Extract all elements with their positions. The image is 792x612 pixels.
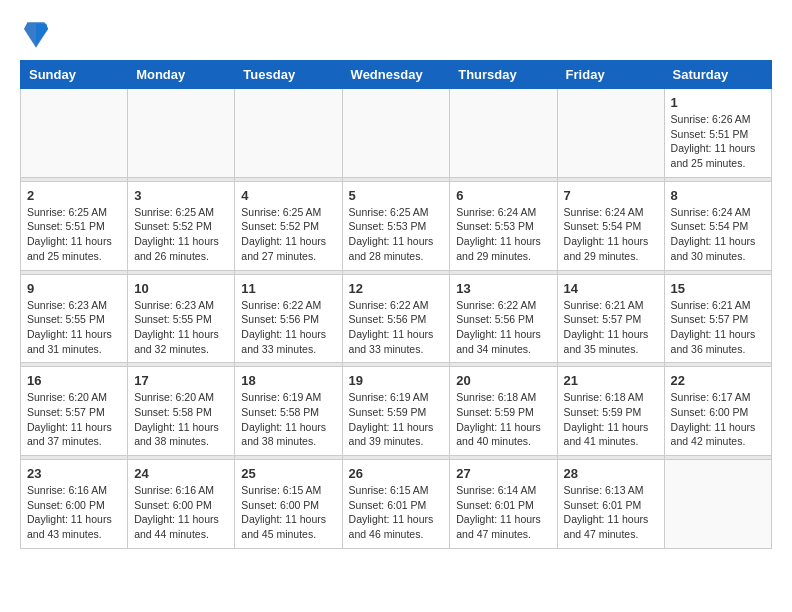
- day-number: 16: [27, 373, 121, 388]
- calendar-cell: 21Sunrise: 6:18 AM Sunset: 5:59 PM Dayli…: [557, 367, 664, 456]
- calendar-cell: 12Sunrise: 6:22 AM Sunset: 5:56 PM Dayli…: [342, 274, 450, 363]
- day-number: 25: [241, 466, 335, 481]
- calendar-cell: [128, 89, 235, 178]
- calendar-cell: [664, 460, 771, 549]
- day-info: Sunrise: 6:24 AM Sunset: 5:54 PM Dayligh…: [564, 205, 658, 264]
- calendar-cell: [557, 89, 664, 178]
- day-info: Sunrise: 6:15 AM Sunset: 6:00 PM Dayligh…: [241, 483, 335, 542]
- day-info: Sunrise: 6:22 AM Sunset: 5:56 PM Dayligh…: [241, 298, 335, 357]
- day-info: Sunrise: 6:23 AM Sunset: 5:55 PM Dayligh…: [134, 298, 228, 357]
- day-info: Sunrise: 6:20 AM Sunset: 5:58 PM Dayligh…: [134, 390, 228, 449]
- calendar-cell: 16Sunrise: 6:20 AM Sunset: 5:57 PM Dayli…: [21, 367, 128, 456]
- day-info: Sunrise: 6:18 AM Sunset: 5:59 PM Dayligh…: [564, 390, 658, 449]
- day-number: 21: [564, 373, 658, 388]
- day-number: 3: [134, 188, 228, 203]
- day-number: 9: [27, 281, 121, 296]
- calendar-week-row: 16Sunrise: 6:20 AM Sunset: 5:57 PM Dayli…: [21, 367, 772, 456]
- calendar-cell: 3Sunrise: 6:25 AM Sunset: 5:52 PM Daylig…: [128, 181, 235, 270]
- day-info: Sunrise: 6:25 AM Sunset: 5:53 PM Dayligh…: [349, 205, 444, 264]
- svg-marker-1: [36, 24, 48, 45]
- day-number: 24: [134, 466, 228, 481]
- calendar-cell: 1Sunrise: 6:26 AM Sunset: 5:51 PM Daylig…: [664, 89, 771, 178]
- calendar-cell: [342, 89, 450, 178]
- day-number: 5: [349, 188, 444, 203]
- calendar-week-row: 9Sunrise: 6:23 AM Sunset: 5:55 PM Daylig…: [21, 274, 772, 363]
- day-info: Sunrise: 6:19 AM Sunset: 5:59 PM Dayligh…: [349, 390, 444, 449]
- day-number: 27: [456, 466, 550, 481]
- day-number: 28: [564, 466, 658, 481]
- calendar-cell: 19Sunrise: 6:19 AM Sunset: 5:59 PM Dayli…: [342, 367, 450, 456]
- calendar-cell: 7Sunrise: 6:24 AM Sunset: 5:54 PM Daylig…: [557, 181, 664, 270]
- day-info: Sunrise: 6:16 AM Sunset: 6:00 PM Dayligh…: [134, 483, 228, 542]
- day-info: Sunrise: 6:22 AM Sunset: 5:56 PM Dayligh…: [349, 298, 444, 357]
- day-number: 23: [27, 466, 121, 481]
- day-number: 4: [241, 188, 335, 203]
- day-info: Sunrise: 6:22 AM Sunset: 5:56 PM Dayligh…: [456, 298, 550, 357]
- calendar-table: SundayMondayTuesdayWednesdayThursdayFrid…: [20, 60, 772, 549]
- weekday-header-wednesday: Wednesday: [342, 61, 450, 89]
- weekday-header-saturday: Saturday: [664, 61, 771, 89]
- calendar-cell: 15Sunrise: 6:21 AM Sunset: 5:57 PM Dayli…: [664, 274, 771, 363]
- calendar-cell: [235, 89, 342, 178]
- logo-icon: [24, 20, 48, 50]
- day-number: 19: [349, 373, 444, 388]
- day-number: 26: [349, 466, 444, 481]
- calendar-cell: 22Sunrise: 6:17 AM Sunset: 6:00 PM Dayli…: [664, 367, 771, 456]
- calendar-cell: 18Sunrise: 6:19 AM Sunset: 5:58 PM Dayli…: [235, 367, 342, 456]
- day-info: Sunrise: 6:19 AM Sunset: 5:58 PM Dayligh…: [241, 390, 335, 449]
- calendar-header-row: SundayMondayTuesdayWednesdayThursdayFrid…: [21, 61, 772, 89]
- day-number: 15: [671, 281, 765, 296]
- day-number: 6: [456, 188, 550, 203]
- calendar-cell: 27Sunrise: 6:14 AM Sunset: 6:01 PM Dayli…: [450, 460, 557, 549]
- day-number: 11: [241, 281, 335, 296]
- calendar-cell: 13Sunrise: 6:22 AM Sunset: 5:56 PM Dayli…: [450, 274, 557, 363]
- calendar-cell: 6Sunrise: 6:24 AM Sunset: 5:53 PM Daylig…: [450, 181, 557, 270]
- calendar-week-row: 1Sunrise: 6:26 AM Sunset: 5:51 PM Daylig…: [21, 89, 772, 178]
- day-info: Sunrise: 6:20 AM Sunset: 5:57 PM Dayligh…: [27, 390, 121, 449]
- day-number: 20: [456, 373, 550, 388]
- day-info: Sunrise: 6:25 AM Sunset: 5:52 PM Dayligh…: [241, 205, 335, 264]
- calendar-cell: 11Sunrise: 6:22 AM Sunset: 5:56 PM Dayli…: [235, 274, 342, 363]
- weekday-header-tuesday: Tuesday: [235, 61, 342, 89]
- weekday-header-friday: Friday: [557, 61, 664, 89]
- day-number: 17: [134, 373, 228, 388]
- calendar-cell: 23Sunrise: 6:16 AM Sunset: 6:00 PM Dayli…: [21, 460, 128, 549]
- calendar-cell: 5Sunrise: 6:25 AM Sunset: 5:53 PM Daylig…: [342, 181, 450, 270]
- day-info: Sunrise: 6:26 AM Sunset: 5:51 PM Dayligh…: [671, 112, 765, 171]
- calendar-cell: 14Sunrise: 6:21 AM Sunset: 5:57 PM Dayli…: [557, 274, 664, 363]
- calendar-cell: 4Sunrise: 6:25 AM Sunset: 5:52 PM Daylig…: [235, 181, 342, 270]
- day-info: Sunrise: 6:21 AM Sunset: 5:57 PM Dayligh…: [671, 298, 765, 357]
- calendar-cell: 8Sunrise: 6:24 AM Sunset: 5:54 PM Daylig…: [664, 181, 771, 270]
- page-header: [20, 20, 772, 50]
- calendar-cell: [21, 89, 128, 178]
- day-info: Sunrise: 6:15 AM Sunset: 6:01 PM Dayligh…: [349, 483, 444, 542]
- calendar-week-row: 2Sunrise: 6:25 AM Sunset: 5:51 PM Daylig…: [21, 181, 772, 270]
- calendar-cell: 25Sunrise: 6:15 AM Sunset: 6:00 PM Dayli…: [235, 460, 342, 549]
- calendar-cell: 24Sunrise: 6:16 AM Sunset: 6:00 PM Dayli…: [128, 460, 235, 549]
- day-number: 2: [27, 188, 121, 203]
- calendar-cell: 28Sunrise: 6:13 AM Sunset: 6:01 PM Dayli…: [557, 460, 664, 549]
- day-info: Sunrise: 6:14 AM Sunset: 6:01 PM Dayligh…: [456, 483, 550, 542]
- weekday-header-monday: Monday: [128, 61, 235, 89]
- calendar-week-row: 23Sunrise: 6:16 AM Sunset: 6:00 PM Dayli…: [21, 460, 772, 549]
- calendar-cell: 10Sunrise: 6:23 AM Sunset: 5:55 PM Dayli…: [128, 274, 235, 363]
- weekday-header-sunday: Sunday: [21, 61, 128, 89]
- day-number: 7: [564, 188, 658, 203]
- calendar-cell: 9Sunrise: 6:23 AM Sunset: 5:55 PM Daylig…: [21, 274, 128, 363]
- calendar-cell: 2Sunrise: 6:25 AM Sunset: 5:51 PM Daylig…: [21, 181, 128, 270]
- day-info: Sunrise: 6:25 AM Sunset: 5:52 PM Dayligh…: [134, 205, 228, 264]
- logo: [20, 24, 48, 50]
- day-number: 13: [456, 281, 550, 296]
- calendar-cell: 17Sunrise: 6:20 AM Sunset: 5:58 PM Dayli…: [128, 367, 235, 456]
- day-number: 10: [134, 281, 228, 296]
- day-info: Sunrise: 6:17 AM Sunset: 6:00 PM Dayligh…: [671, 390, 765, 449]
- day-number: 12: [349, 281, 444, 296]
- day-info: Sunrise: 6:21 AM Sunset: 5:57 PM Dayligh…: [564, 298, 658, 357]
- day-info: Sunrise: 6:24 AM Sunset: 5:53 PM Dayligh…: [456, 205, 550, 264]
- day-number: 22: [671, 373, 765, 388]
- day-info: Sunrise: 6:25 AM Sunset: 5:51 PM Dayligh…: [27, 205, 121, 264]
- day-number: 1: [671, 95, 765, 110]
- day-info: Sunrise: 6:24 AM Sunset: 5:54 PM Dayligh…: [671, 205, 765, 264]
- day-info: Sunrise: 6:13 AM Sunset: 6:01 PM Dayligh…: [564, 483, 658, 542]
- calendar-cell: 26Sunrise: 6:15 AM Sunset: 6:01 PM Dayli…: [342, 460, 450, 549]
